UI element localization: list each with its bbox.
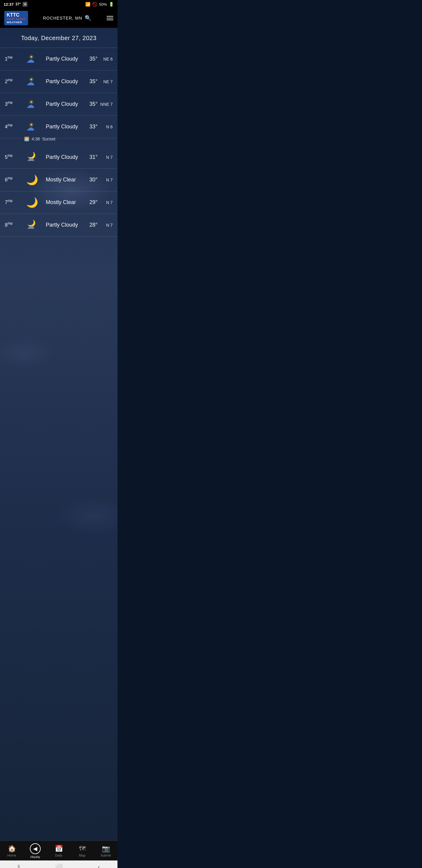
android-navbar: ⦀ ⬜ ‹ [0, 861, 118, 868]
nav-daily[interactable]: 📅 Daily [50, 845, 68, 857]
alarm-icon: 🚫 [92, 2, 97, 7]
nav-submit-label: Submit [101, 854, 111, 857]
nav-submit[interactable]: 📷 Submit [97, 845, 115, 857]
hourly-row: 3PM ☀ ☁ Partly Cloudy 35° NNE 7 [0, 93, 118, 116]
status-temp: 37° [15, 2, 21, 6]
temperature: 31° [79, 154, 98, 160]
weather-icon-wrap: 🌙 ☁ [22, 152, 43, 163]
wind-direction: N 6 [98, 124, 112, 129]
weather-icon-wrap: 🌙 [22, 197, 43, 208]
condition-label: Partly Cloudy [43, 101, 79, 107]
condition-label: Mostly Clear [43, 199, 79, 206]
android-home-btn[interactable]: ⬜ [55, 864, 63, 868]
wind-direction: NE 6 [98, 57, 112, 61]
x-icon: ✕ [23, 2, 27, 7]
hour-time: 7PM [5, 199, 22, 205]
camera-icon: 📷 [102, 845, 110, 852]
weather-icon-wrap: ☀ ☁ [22, 121, 43, 133]
weather-icon-wrap: 🌙 [22, 174, 43, 186]
home-icon: 🏠 [8, 845, 16, 852]
app-header: KTTC FIRST ALERT WEATHER ROCHESTER, MN 🔍 [0, 8, 118, 28]
temperature: 35° [79, 79, 98, 85]
hour-time: 6PM [5, 177, 22, 183]
battery-icon: 🔋 [109, 2, 114, 7]
hour-time: 2PM [5, 79, 22, 84]
search-icon[interactable]: 🔍 [85, 15, 92, 22]
android-menu-btn[interactable]: ⦀ [18, 864, 20, 868]
hourly-row: 6PM 🌙 Mostly Clear 30° N 7 [0, 169, 118, 191]
temperature: 28° [79, 222, 98, 228]
sunset-row: 🌅 4:38 Sunset [0, 135, 118, 146]
wind-direction: N 7 [98, 178, 112, 182]
hourly-icon: ◀ [30, 843, 41, 854]
nav-map-label: Map [79, 854, 85, 857]
condition-label: Partly Cloudy [43, 79, 79, 85]
wind-direction: N 7 [98, 223, 112, 227]
wind-direction: NE 7 [98, 79, 112, 84]
calendar-icon: 📅 [55, 845, 63, 852]
hour-time: 4PM [5, 124, 22, 130]
hourly-row: 7PM 🌙 Mostly Clear 29° N 7 [0, 191, 118, 214]
temperature: 30° [79, 177, 98, 183]
bottom-nav: 🏠 Home ◀ Hourly 📅 Daily 🗺 Map 📷 Submit [0, 841, 118, 861]
map-icon: 🗺 [79, 845, 86, 852]
date-header: Today, December 27, 2023 [0, 28, 118, 48]
hourly-row: 5PM 🌙 ☁ Partly Cloudy 31° N 7 [0, 146, 118, 169]
header-location[interactable]: ROCHESTER, MN 🔍 [43, 15, 92, 22]
nav-home[interactable]: 🏠 Home [3, 845, 21, 857]
hour-time: 3PM [5, 101, 22, 107]
battery-percent: 50% [99, 2, 107, 7]
hourly-row: 4PM ☀ ☁ Partly Cloudy 33° N 6 [0, 116, 118, 138]
sunset-icon: 🌅 [24, 136, 29, 141]
app-logo: KTTC FIRST ALERT WEATHER [4, 11, 28, 25]
condition-label: Mostly Clear [43, 177, 79, 183]
sunset-label: Sunset [42, 136, 56, 141]
nav-hourly-label: Hourly [30, 855, 40, 859]
condition-label: Partly Cloudy [43, 222, 79, 228]
nav-hourly[interactable]: ◀ Hourly [26, 843, 44, 859]
temperature: 29° [79, 199, 98, 206]
sunset-time: 4:38 [32, 136, 40, 141]
menu-icon[interactable] [107, 16, 113, 20]
hour-time: 1PM [5, 56, 22, 62]
nav-map[interactable]: 🗺 Map [73, 845, 91, 857]
weather-icon-wrap: ☀ ☁ [22, 53, 43, 65]
condition-label: Partly Cloudy [43, 124, 79, 130]
hourly-row: 2PM ☀ ☁ Partly Cloudy 35° NE 7 [0, 70, 118, 93]
hour-time: 5PM [5, 154, 22, 160]
weather-content: Today, December 27, 2023 1PM ☀ ☁ Partly … [0, 28, 118, 841]
status-bar: 12:37 37° ✕ 📶 🚫 50% 🔋 [0, 0, 118, 8]
android-back-btn[interactable]: ‹ [98, 864, 100, 868]
temperature: 35° [79, 56, 98, 62]
weather-icon-wrap: 🌙 ☁ [22, 219, 43, 231]
wind-direction: N 7 [98, 200, 112, 205]
temperature: 35° [79, 101, 98, 107]
temperature: 33° [79, 124, 98, 130]
wifi-icon: 📶 [85, 2, 90, 7]
condition-label: Partly Cloudy [43, 56, 79, 62]
wind-direction: N 7 [98, 155, 112, 160]
hour-time: 8PM [5, 222, 22, 228]
hourly-row: 1PM ☀ ☁ Partly Cloudy 35° NE 6 [0, 48, 118, 70]
status-time: 12:37 [4, 2, 13, 7]
nav-home-label: Home [7, 854, 16, 857]
condition-label: Partly Cloudy [43, 154, 79, 160]
weather-icon-wrap: ☀ ☁ [22, 76, 43, 87]
hourly-row: 8PM 🌙 ☁ Partly Cloudy 28° N 7 [0, 214, 118, 237]
weather-icon-wrap: ☀ ☁ [22, 98, 43, 110]
wind-direction: NNE 7 [98, 102, 112, 107]
nav-daily-label: Daily [55, 854, 62, 857]
